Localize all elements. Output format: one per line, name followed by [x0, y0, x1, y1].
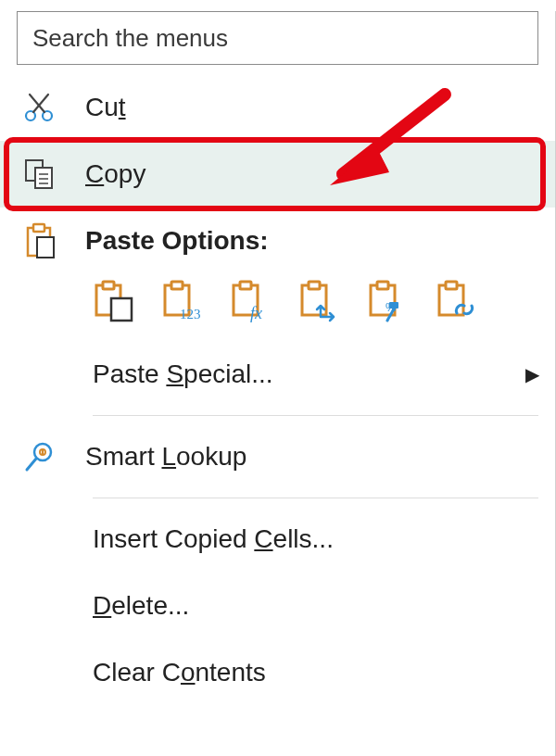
menu-item-smart-lookup[interactable]: Smart Lookup — [0, 423, 555, 490]
svg-rect-22 — [309, 282, 320, 289]
svg-rect-28 — [446, 282, 457, 289]
svg-rect-24 — [377, 282, 388, 289]
paste-formatting-icon[interactable]: % — [367, 280, 410, 322]
scissors-icon — [22, 91, 85, 124]
svg-text:123: 123 — [180, 307, 201, 321]
menu-item-clear-contents[interactable]: Clear Contents — [0, 639, 555, 706]
paste-link-icon[interactable] — [436, 280, 478, 322]
svg-line-30 — [27, 459, 36, 470]
menu-item-insert-copied-cells[interactable]: Insert Copied Cells... — [0, 506, 555, 573]
smart-lookup-icon — [22, 439, 85, 474]
svg-rect-11 — [37, 237, 54, 258]
clipboard-icon — [22, 222, 85, 259]
menu-item-cut-label: Cut — [85, 93, 555, 122]
context-menu: Cut Copy Paste Options: — [0, 11, 556, 756]
svg-line-2 — [33, 94, 48, 112]
svg-rect-16 — [171, 282, 183, 289]
svg-rect-10 — [33, 224, 44, 232]
paste-transpose-icon[interactable] — [298, 280, 341, 322]
menu-item-paste-special[interactable]: Paste Special... ▶ — [0, 341, 555, 408]
paste-options-icons: 123 fx % — [0, 274, 555, 341]
menu-item-copy-label: Copy — [85, 159, 555, 189]
menu-item-clear-contents-label: Clear Contents — [93, 658, 555, 687]
menu-divider — [93, 498, 538, 498]
paste-values-icon[interactable]: 123 — [161, 280, 204, 322]
svg-rect-13 — [103, 282, 114, 289]
menu-item-delete-label: Delete... — [93, 591, 555, 621]
menu-item-paste-special-label: Paste Special... — [93, 359, 509, 389]
menu-item-copy[interactable]: Copy — [0, 141, 555, 208]
svg-rect-19 — [240, 282, 251, 289]
copy-icon — [22, 157, 85, 192]
chevron-right-icon: ▶ — [509, 363, 555, 385]
svg-rect-5 — [35, 168, 52, 188]
menu-item-smart-lookup-label: Smart Lookup — [85, 442, 555, 472]
menu-search[interactable] — [17, 11, 538, 65]
menu-search-input[interactable] — [31, 23, 524, 54]
menu-divider — [93, 415, 538, 416]
menu-item-delete[interactable]: Delete... — [0, 573, 555, 639]
svg-line-3 — [30, 94, 44, 112]
menu-item-cut[interactable]: Cut — [0, 74, 555, 141]
svg-rect-14 — [111, 298, 132, 321]
svg-text:%: % — [385, 300, 397, 314]
svg-text:fx: fx — [250, 304, 262, 322]
paste-options-label: Paste Options: — [85, 226, 555, 256]
paste-options-heading: Paste Options: — [0, 208, 555, 274]
paste-keep-source-icon[interactable] — [93, 280, 135, 322]
paste-formulas-icon[interactable]: fx — [230, 280, 272, 322]
menu-item-insert-copied-cells-label: Insert Copied Cells... — [93, 524, 555, 554]
